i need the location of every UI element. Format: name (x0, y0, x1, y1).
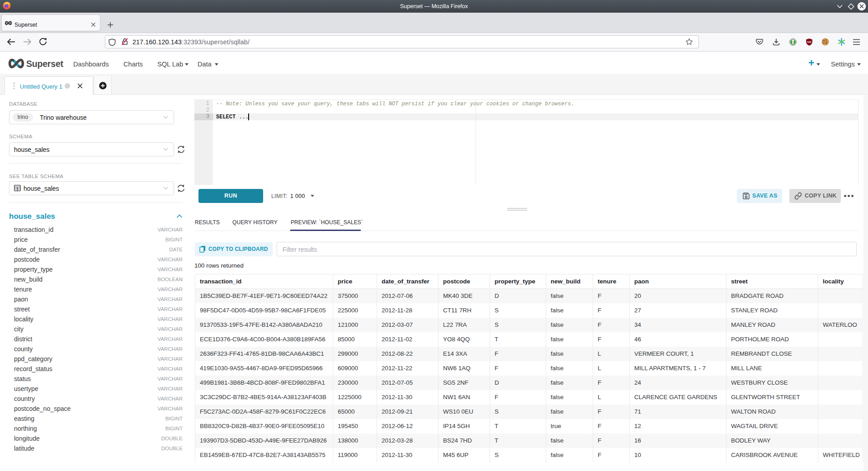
svg-text:UO: UO (807, 40, 811, 43)
